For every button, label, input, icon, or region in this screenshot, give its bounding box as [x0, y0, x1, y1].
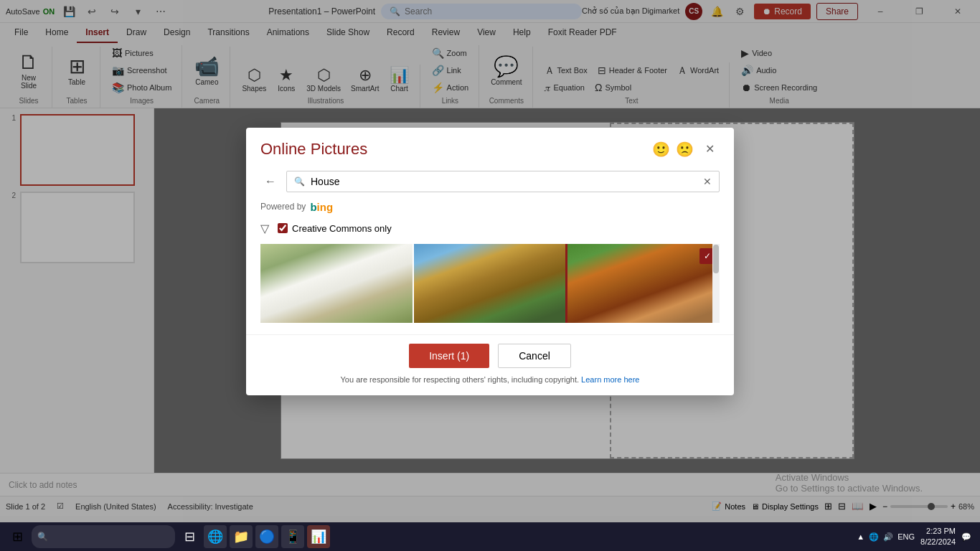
insert-button[interactable]: Insert (1) — [409, 344, 489, 368]
edge-button[interactable]: 🌐 — [204, 525, 227, 548]
dialog-body: ← 🔍 ✕ Powered by bing ▽ Creative — [246, 165, 734, 334]
images-grid: ✓ — [260, 244, 720, 323]
image-item-3[interactable]: ✓ — [567, 244, 720, 323]
powerpoint-button[interactable]: 📊 — [307, 525, 330, 548]
image-item-2[interactable] — [414, 244, 566, 323]
house-image-2 — [414, 244, 566, 323]
powered-by-label: Powered by — [260, 202, 306, 212]
dialog-footer: Insert (1) Cancel You are responsible fo… — [246, 334, 734, 395]
dialog-search-input[interactable] — [311, 176, 697, 187]
disclaimer-text: You are responsible for respecting other… — [341, 375, 580, 384]
search-row: ← 🔍 ✕ — [260, 171, 720, 192]
dialog-disclaimer: You are responsible for respecting other… — [260, 375, 720, 384]
system-tray: ▲ 🌐 🔊 ENG — [857, 532, 915, 542]
images-wrapper: ✓ — [260, 244, 720, 323]
scrollbar-thumb[interactable] — [713, 245, 719, 273]
scrollbar-track — [712, 244, 720, 323]
bing-b: b — [310, 201, 316, 213]
taskbar-left: ⊞ 🔍 ⊟ 🌐 📁 🔵 📱 📊 — [0, 525, 336, 548]
cc-label: Creative Commons only — [292, 223, 392, 234]
date-display: 8/22/2024 — [920, 537, 956, 547]
time-display: 2:23 PM — [920, 526, 956, 537]
house-image-3 — [567, 244, 720, 323]
bing-ing: ing — [317, 201, 334, 213]
search-magnifier-icon: 🔍 — [294, 176, 305, 187]
dialog-title: Online Pictures — [260, 140, 367, 159]
dialog-search-box[interactable]: 🔍 ✕ — [286, 171, 720, 192]
network-icon[interactable]: 🌐 — [869, 532, 879, 542]
chrome-button[interactable]: 🔵 — [255, 525, 278, 548]
notifications-icon[interactable]: 💬 — [961, 532, 971, 542]
dialog-header-icons: 🙂 🙁 — [652, 141, 694, 158]
bing-logo: bing — [310, 201, 333, 213]
image-item-1[interactable] — [260, 244, 413, 323]
dialog-close-button[interactable]: ✕ — [699, 139, 720, 159]
taskbar: ⊞ 🔍 ⊟ 🌐 📁 🔵 📱 📊 ▲ 🌐 🔊 ENG 2:23 PM 8/22/2… — [0, 522, 980, 551]
house-image-1 — [260, 244, 413, 323]
taskbar-right: ▲ 🌐 🔊 ENG 2:23 PM 8/22/2024 💬 — [848, 526, 980, 548]
search-taskbar-button[interactable]: 🔍 — [32, 525, 175, 548]
learn-more-link[interactable]: Learn more here — [581, 375, 639, 384]
thumbs-down-icon[interactable]: 🙁 — [676, 141, 694, 158]
volume-icon[interactable]: 🔊 — [883, 532, 893, 542]
filter-icon[interactable]: ▽ — [260, 222, 269, 235]
dialog-actions: Insert (1) Cancel — [260, 344, 720, 368]
clear-search-button[interactable]: ✕ — [703, 176, 712, 187]
filter-row: ▽ Creative Commons only — [260, 222, 720, 235]
cc-checkbox-input[interactable] — [278, 223, 288, 233]
task-view-button[interactable]: ⊟ — [178, 525, 201, 548]
online-pictures-dialog: Online Pictures 🙂 🙁 ✕ ← 🔍 ✕ — [246, 128, 734, 395]
tray-arrow-icon[interactable]: ▲ — [857, 532, 864, 541]
thumbs-up-icon[interactable]: 🙂 — [652, 141, 670, 158]
unknown-app-button[interactable]: 📱 — [281, 525, 304, 548]
powered-by: Powered by bing — [260, 201, 720, 213]
back-button[interactable]: ← — [260, 171, 281, 192]
dialog-header: Online Pictures 🙂 🙁 ✕ — [246, 128, 734, 165]
cancel-button[interactable]: Cancel — [498, 344, 571, 368]
start-button[interactable]: ⊞ — [6, 525, 29, 548]
lang-label[interactable]: ENG — [897, 532, 915, 541]
file-explorer-button[interactable]: 📁 — [230, 525, 253, 548]
dialog-overlay: Online Pictures 🙂 🙁 ✕ ← 🔍 ✕ — [0, 0, 980, 522]
taskbar-search-icon: 🔍 — [37, 532, 48, 542]
taskbar-time[interactable]: 2:23 PM 8/22/2024 — [920, 526, 956, 548]
cc-checkbox-label[interactable]: Creative Commons only — [278, 223, 392, 234]
